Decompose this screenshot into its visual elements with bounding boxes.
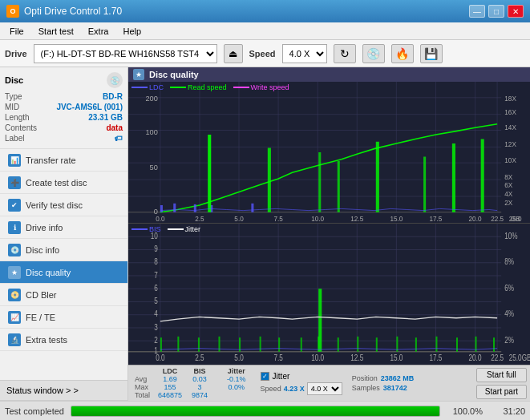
fe-te-icon: 📈 bbox=[8, 311, 21, 324]
status-window-label: Status window > > bbox=[6, 386, 79, 395]
speed-label: Speed bbox=[249, 49, 276, 59]
read-speed-legend-color bbox=[170, 87, 186, 88]
speed-select[interactable]: 4.0 X bbox=[282, 44, 327, 63]
nav-disc-info[interactable]: 💿 Disc info bbox=[0, 239, 127, 261]
bis-legend: BIS bbox=[131, 225, 161, 233]
svg-text:10X: 10X bbox=[504, 156, 516, 164]
svg-rect-112 bbox=[301, 337, 302, 352]
menu-file[interactable]: File bbox=[3, 25, 30, 38]
svg-text:8: 8 bbox=[154, 256, 158, 266]
nav-create-test-disc[interactable]: ➕ Create test disc bbox=[0, 172, 127, 194]
menu-help[interactable]: Help bbox=[116, 25, 148, 38]
stats-bar: LDC BIS Jitter Avg 1.69 0.03 -0.1% Max 1… bbox=[128, 365, 530, 401]
svg-rect-45 bbox=[173, 204, 176, 212]
nav-disc-quality[interactable]: ★ Disc quality bbox=[0, 261, 127, 284]
disc-title: Disc bbox=[5, 75, 23, 85]
svg-text:100: 100 bbox=[145, 127, 157, 136]
jitter-checkbox[interactable]: ✓ bbox=[261, 372, 269, 381]
top-chart-legend: LDC Read speed Write speed bbox=[131, 83, 289, 91]
disc-icon-btn[interactable]: 💿 bbox=[362, 44, 385, 63]
mid-label: MID bbox=[5, 103, 19, 111]
mid-value: JVC-AMS6L (001) bbox=[56, 103, 123, 111]
total-ldc: 646875 bbox=[153, 391, 187, 399]
nav-fe-te[interactable]: 📈 FE / TE bbox=[0, 306, 127, 329]
avg-label: Avg bbox=[131, 375, 153, 383]
svg-text:8X: 8X bbox=[504, 173, 512, 181]
nav-verify-test-disc[interactable]: ✔ Verify test disc bbox=[0, 194, 127, 216]
svg-text:6: 6 bbox=[154, 283, 158, 293]
disc-quality-icon: ★ bbox=[8, 266, 21, 279]
bottom-chart-legend: BIS Jitter bbox=[131, 225, 200, 233]
verify-icon: ✔ bbox=[8, 199, 21, 212]
svg-text:GB: GB bbox=[522, 352, 530, 361]
burn-icon-btn[interactable]: 🔥 bbox=[391, 44, 414, 63]
length-value: 23.31 GB bbox=[88, 113, 123, 122]
speed-stat-select[interactable]: 4.0 X bbox=[307, 382, 342, 395]
cd-bler-icon: 📀 bbox=[8, 289, 21, 301]
svg-text:10%: 10% bbox=[504, 231, 518, 240]
svg-rect-119 bbox=[435, 337, 437, 352]
svg-text:7: 7 bbox=[154, 270, 158, 280]
refresh-button[interactable]: ↻ bbox=[334, 44, 356, 63]
start-full-button[interactable]: Start full bbox=[476, 368, 527, 382]
svg-text:5.0: 5.0 bbox=[234, 352, 243, 361]
bis-header: BIS bbox=[187, 367, 212, 375]
svg-text:2.5: 2.5 bbox=[195, 352, 204, 361]
drive-label: Drive bbox=[5, 49, 27, 59]
right-panel: ★ Disc quality LDC Read speed Write spee… bbox=[128, 67, 530, 401]
svg-rect-108 bbox=[218, 337, 220, 352]
svg-text:6%: 6% bbox=[504, 283, 514, 293]
samples-value: 381742 bbox=[383, 384, 407, 392]
svg-rect-49 bbox=[208, 135, 211, 212]
svg-rect-118 bbox=[415, 337, 417, 352]
svg-rect-48 bbox=[251, 204, 253, 212]
svg-rect-44 bbox=[160, 205, 163, 212]
svg-rect-107 bbox=[198, 337, 200, 352]
start-buttons: Start full Start part bbox=[476, 368, 527, 399]
jitter-check-row[interactable]: ✓ Jitter bbox=[261, 372, 342, 381]
svg-rect-50 bbox=[268, 148, 271, 212]
bottom-chart-svg: 10 9 8 7 6 5 4 3 2 1 10% 8% 6% 4% 2% 0.0… bbox=[128, 224, 530, 365]
svg-text:2.5: 2.5 bbox=[195, 215, 204, 223]
jitter-legend-label: Jitter bbox=[185, 225, 201, 233]
svg-rect-111 bbox=[278, 337, 280, 352]
close-button[interactable]: ✕ bbox=[508, 5, 524, 18]
minimize-button[interactable]: — bbox=[469, 5, 485, 18]
bis-legend-label: BIS bbox=[149, 225, 161, 233]
start-part-button[interactable]: Start part bbox=[476, 385, 527, 399]
position-row: Position 23862 MB bbox=[352, 374, 415, 382]
length-label: Length bbox=[5, 113, 30, 122]
svg-rect-57 bbox=[128, 224, 530, 365]
progress-bar bbox=[71, 406, 440, 417]
samples-label: Samples bbox=[352, 384, 380, 392]
drive-info-icon: ℹ bbox=[8, 221, 21, 234]
label-icon: 🏷 bbox=[115, 134, 123, 143]
create-test-icon: ➕ bbox=[8, 176, 21, 189]
save-icon-btn[interactable]: 💾 bbox=[420, 44, 443, 63]
svg-text:25.0: 25.0 bbox=[509, 352, 522, 361]
menu-start-test[interactable]: Start test bbox=[32, 25, 80, 38]
disc-section: Disc 💿 Type BD-R MID JVC-AMS6L (001) Len… bbox=[0, 67, 127, 149]
eject-button[interactable]: ⏏ bbox=[224, 44, 243, 63]
svg-rect-116 bbox=[376, 337, 378, 352]
svg-text:50: 50 bbox=[150, 163, 158, 172]
progress-fill bbox=[71, 406, 439, 416]
position-label: Position bbox=[352, 374, 378, 382]
app-title: Opti Drive Control 1.70 bbox=[24, 6, 122, 17]
drive-select[interactable]: (F:) HL-DT-ST BD-RE WH16NS58 TST4 bbox=[34, 44, 217, 63]
total-bis: 9874 bbox=[187, 391, 212, 399]
maximize-button[interactable]: □ bbox=[488, 5, 504, 18]
stats-table: LDC BIS Jitter Avg 1.69 0.03 -0.1% Max 1… bbox=[131, 367, 251, 399]
avg-jitter: -0.1% bbox=[222, 375, 251, 383]
svg-text:15.0: 15.0 bbox=[390, 352, 403, 361]
menu-extra[interactable]: Extra bbox=[82, 25, 115, 38]
type-label: Type bbox=[5, 92, 22, 101]
nav-cd-bler[interactable]: 📀 CD Bler bbox=[0, 284, 127, 306]
nav-drive-info[interactable]: ℹ Drive info bbox=[0, 216, 127, 239]
status-window-button[interactable]: Status window > > bbox=[0, 380, 127, 401]
svg-rect-56 bbox=[481, 139, 484, 212]
max-jitter: 0.0% bbox=[222, 383, 251, 391]
nav-extra-tests[interactable]: 🔬 Extra tests bbox=[0, 329, 127, 351]
nav-transfer-rate[interactable]: 📊 Transfer rate bbox=[0, 149, 127, 172]
top-chart-container: LDC Read speed Write speed bbox=[128, 82, 530, 224]
